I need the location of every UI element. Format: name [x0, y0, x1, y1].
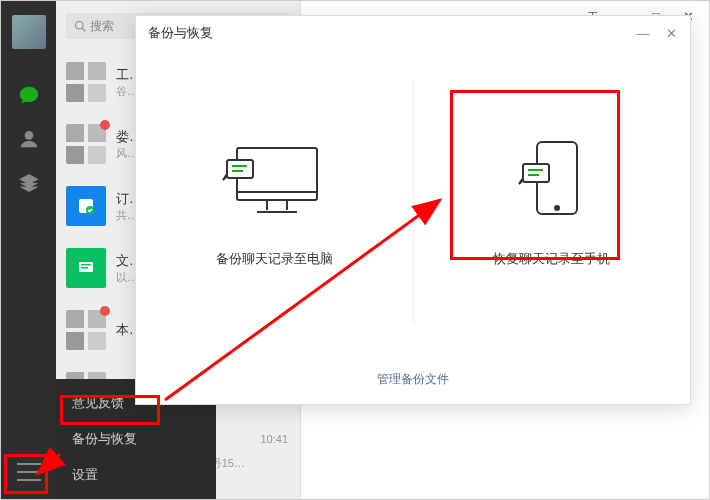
- dialog-minimize-button[interactable]: —: [636, 26, 650, 40]
- user-avatar[interactable]: [12, 15, 46, 49]
- svg-point-1: [76, 22, 84, 30]
- menu-button[interactable]: [17, 463, 41, 481]
- svg-point-17: [555, 206, 559, 210]
- menu-settings[interactable]: 设置: [56, 457, 216, 493]
- svg-rect-18: [523, 164, 549, 182]
- dialog-body: 备份聊天记录至电脑 恢复聊天记录至手机: [136, 50, 690, 354]
- chat-avatar: [66, 124, 106, 164]
- unread-badge: [100, 120, 110, 130]
- left-rail: [1, 1, 56, 499]
- manage-backups-link[interactable]: 管理备份文件: [377, 371, 449, 388]
- chat-avatar: [66, 62, 106, 102]
- backup-restore-dialog: 备份与恢复 — ✕: [135, 15, 691, 405]
- menu-backup-restore[interactable]: 备份与恢复: [56, 421, 216, 457]
- phone-icon: [497, 136, 607, 226]
- option-backup-to-pc[interactable]: 备份聊天记录至电脑: [136, 50, 413, 354]
- search-placeholder: 搜索: [90, 18, 114, 35]
- unread-badge: [100, 306, 110, 316]
- contacts-icon[interactable]: [17, 127, 41, 151]
- search-icon: [74, 20, 86, 32]
- monitor-icon: [219, 136, 329, 226]
- svg-rect-7: [81, 267, 88, 269]
- option-restore-to-phone[interactable]: 恢复聊天记录至手机: [414, 50, 691, 354]
- svg-rect-13: [227, 160, 253, 178]
- chat-avatar: [66, 248, 106, 288]
- chat-icon[interactable]: [17, 83, 41, 107]
- svg-line-2: [82, 28, 85, 31]
- dialog-header: 备份与恢复 — ✕: [136, 16, 690, 50]
- favorites-icon[interactable]: [17, 171, 41, 195]
- chat-avatar: [66, 310, 106, 350]
- chat-time: 10:41: [260, 433, 288, 445]
- option-backup-label: 备份聊天记录至电脑: [216, 250, 333, 268]
- option-restore-label: 恢复聊天记录至手机: [493, 250, 610, 268]
- dialog-footer: 管理备份文件: [136, 354, 690, 404]
- dialog-title: 备份与恢复: [148, 24, 213, 42]
- svg-rect-6: [81, 264, 91, 266]
- svg-point-0: [25, 132, 32, 139]
- chat-avatar: [66, 186, 106, 226]
- dialog-close-button[interactable]: ✕: [664, 26, 678, 40]
- app-window: ⊤ — □ ✕ 搜索 工…谷…娄…风…订…共…文…以…本……聊天记录被…10:4…: [0, 0, 710, 500]
